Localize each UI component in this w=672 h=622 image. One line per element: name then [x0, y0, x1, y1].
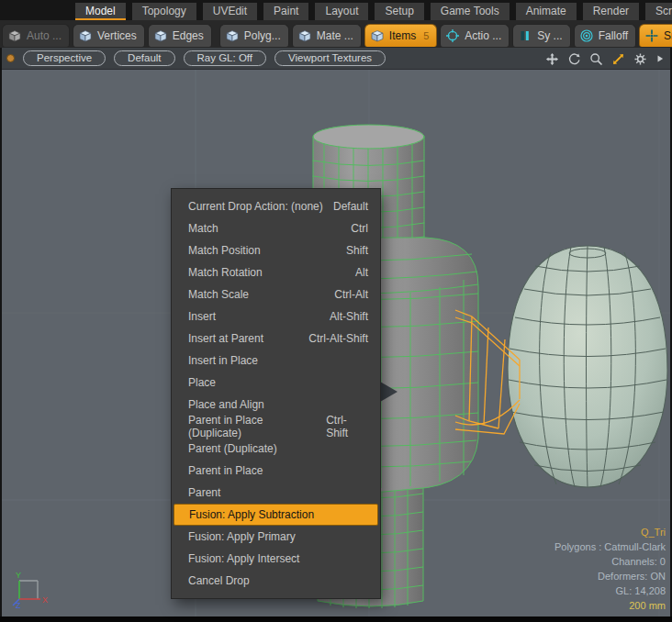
- menu-item-current-drop-action[interactable]: Current Drop Action: (none)Default: [172, 195, 380, 217]
- gear-icon[interactable]: [633, 52, 647, 66]
- toolbar-falloff[interactable]: Falloff: [574, 24, 636, 47]
- falloff-icon: [579, 28, 594, 43]
- menu-item-shortcut: Shift: [337, 244, 368, 257]
- menu-item-insert-at-parent[interactable]: Insert at ParentCtrl-Alt-Shift: [172, 328, 380, 350]
- selected-item-name: Q_Tri: [554, 525, 666, 539]
- menu-item-parent-in-place[interactable]: Parent in Place: [172, 460, 380, 482]
- toolbar-materials[interactable]: Mate ...: [292, 24, 362, 47]
- menu-item-match-rotation[interactable]: Match RotationAlt: [172, 261, 380, 283]
- menu-item-parent-in-place-duplicate[interactable]: Parent in Place (Duplicate)Ctrl-Shift: [172, 416, 380, 438]
- action-center-icon: [445, 28, 460, 43]
- menu-item-match[interactable]: MatchCtrl: [172, 217, 380, 239]
- zoom-icon[interactable]: [589, 52, 603, 66]
- menu-item-place-and-align[interactable]: Place and Align: [172, 394, 380, 416]
- tab-uvedit[interactable]: UVEdit: [203, 3, 257, 20]
- selection-mode-toolbar: Auto ... Vertices Edges Polyg... Mate ..…: [0, 20, 672, 48]
- toolbar-label: Actio ...: [465, 29, 501, 42]
- toolbar-auto-select[interactable]: Auto ...: [2, 24, 70, 47]
- menu-item-cancel-drop[interactable]: Cancel Drop: [172, 570, 380, 592]
- viewport-options-dot-button[interactable]: [6, 54, 15, 62]
- menu-item-insert[interactable]: InsertAlt-Shift: [172, 305, 380, 328]
- tab-game-tools[interactable]: Game Tools: [431, 3, 510, 20]
- toolbar-vertices[interactable]: Vertices: [73, 24, 145, 47]
- mesh-egg: [508, 246, 667, 487]
- menu-item-label: Parent (Duplicate): [188, 442, 277, 455]
- more-options-arrow-icon[interactable]: [655, 54, 665, 63]
- menu-item-parent-duplicate[interactable]: Parent (Duplicate): [172, 438, 380, 460]
- menu-item-place[interactable]: Place: [172, 372, 380, 394]
- menu-item-fusion-apply-primary[interactable]: Fusion: Apply Primary: [172, 526, 380, 548]
- menu-item-label: Fusion: Apply Subtraction: [189, 508, 314, 521]
- item-info-readout: Q_Tri Polygons : Catmull-Clark Channels:…: [554, 525, 666, 613]
- menu-item-label: Parent: [188, 486, 220, 499]
- menu-item-label: Match Position: [188, 244, 261, 257]
- tab-scripting[interactable]: Scripting: [645, 3, 672, 20]
- toolbar-label: Mate ...: [317, 29, 353, 42]
- axis-x-label: X: [42, 595, 48, 605]
- menu-item-shortcut: Alt: [346, 266, 368, 279]
- cube-icon: [7, 28, 22, 43]
- axis-y-label: Y: [16, 571, 21, 580]
- toolbar-action-center[interactable]: Actio ...: [440, 24, 510, 47]
- toolbar-snapping[interactable]: Snap ...: [639, 24, 672, 47]
- toolbar-label: Snap ...: [664, 29, 672, 42]
- menu-item-label: Insert in Place: [188, 354, 258, 367]
- grid-size-readout: 200 mm: [554, 598, 666, 613]
- toolbar-label: Falloff: [599, 29, 628, 42]
- menu-item-label: Place and Align: [188, 398, 264, 411]
- menu-item-shortcut: Default: [324, 200, 368, 213]
- items-count-badge: 5: [423, 30, 429, 41]
- menu-item-label: Insert: [188, 310, 216, 323]
- menu-item-label: Fusion: Apply Intersect: [188, 552, 299, 565]
- menu-item-label: Current Drop Action: (none): [188, 200, 323, 213]
- tab-paint[interactable]: Paint: [263, 3, 308, 20]
- toolbar-label: Auto ...: [27, 29, 62, 42]
- status-line: Channels: 0: [554, 554, 666, 569]
- toolbar-label: Edges: [173, 29, 204, 42]
- tab-model[interactable]: Model: [75, 3, 126, 20]
- cube-icon: [297, 28, 312, 43]
- menu-item-label: Place: [188, 376, 216, 389]
- menu-item-label: Match Scale: [188, 288, 249, 301]
- status-line: Polygons : Catmull-Clark: [554, 539, 666, 554]
- menu-item-label: Match Rotation: [188, 266, 263, 279]
- menu-item-label: Parent in Place: [188, 464, 263, 477]
- tab-animate[interactable]: Animate: [516, 3, 577, 20]
- toolbar-label: Vertices: [97, 29, 137, 42]
- menu-item-parent[interactable]: Parent: [172, 482, 380, 504]
- menu-item-shortcut: Ctrl-Alt-Shift: [299, 332, 368, 345]
- pan-icon[interactable]: [545, 52, 559, 66]
- shading-style-button[interactable]: Default: [114, 50, 174, 66]
- cube-icon: [153, 28, 168, 43]
- viewport-type-button[interactable]: Perspective: [23, 50, 106, 66]
- menu-item-fusion-apply-subtraction[interactable]: Fusion: Apply Subtraction: [174, 504, 378, 526]
- status-line: Deformers: ON: [554, 569, 666, 583]
- menu-item-fusion-apply-intersect[interactable]: Fusion: Apply Intersect: [172, 548, 380, 570]
- tab-topology[interactable]: Topology: [132, 3, 196, 20]
- menu-item-shortcut: Alt-Shift: [320, 310, 368, 323]
- viewport-nav-icons: [545, 48, 665, 70]
- menu-item-match-scale[interactable]: Match ScaleCtrl-Alt: [172, 283, 380, 305]
- menu-item-insert-in-place[interactable]: Insert in Place: [172, 350, 380, 372]
- maximize-viewport-icon[interactable]: [611, 52, 625, 66]
- menu-item-shortcut: Ctrl: [342, 222, 368, 235]
- toolbar-symmetry[interactable]: Sy ...: [512, 24, 570, 47]
- cube-icon: [370, 28, 385, 43]
- ray-gl-button[interactable]: Ray GL: Off: [184, 50, 267, 66]
- tab-setup[interactable]: Setup: [375, 3, 423, 20]
- drop-action-context-menu: Current Drop Action: (none)Default Match…: [171, 188, 381, 599]
- snapping-icon: [644, 28, 659, 43]
- symmetry-icon: [518, 28, 532, 43]
- menu-item-label: Cancel Drop: [188, 574, 250, 587]
- toolbar-items[interactable]: Items 5: [364, 24, 437, 47]
- menu-item-shortcut: Ctrl-Shift: [317, 414, 368, 439]
- toolbar-label: Sy ...: [537, 29, 562, 42]
- tab-render[interactable]: Render: [583, 3, 639, 20]
- tab-layout[interactable]: Layout: [315, 3, 368, 20]
- toolbar-edges[interactable]: Edges: [148, 24, 212, 47]
- menu-item-match-position[interactable]: Match PositionShift: [172, 239, 380, 261]
- toolbar-polygons[interactable]: Polyg...: [219, 24, 289, 47]
- rotate-view-icon[interactable]: [567, 52, 581, 66]
- menu-item-shortcut: Ctrl-Alt: [325, 288, 368, 301]
- viewport-textures-button[interactable]: Viewport Textures: [274, 50, 386, 66]
